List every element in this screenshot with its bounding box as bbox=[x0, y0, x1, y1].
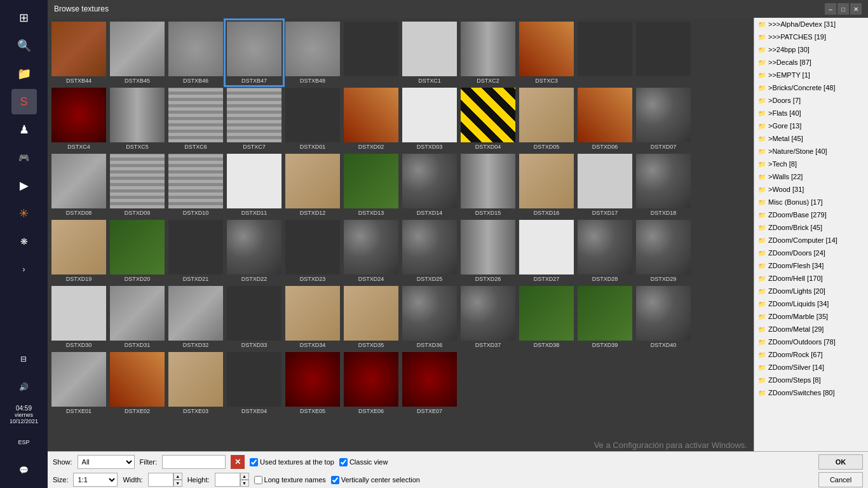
texture-item[interactable]: DSTXD29 bbox=[635, 219, 692, 283]
texture-item[interactable]: DSTXD28 bbox=[576, 219, 634, 283]
language-indicator[interactable]: ESP bbox=[11, 430, 36, 455]
category-item[interactable]: 📁>>24bpp [30] bbox=[754, 43, 868, 56]
texture-item[interactable]: DSTXD13 bbox=[342, 152, 400, 217]
category-item[interactable]: 📁ZDoom/Metal [29] bbox=[754, 323, 868, 336]
texture-item[interactable]: DSTXD38 bbox=[518, 285, 575, 349]
app-icon-4[interactable]: ▶ bbox=[11, 173, 37, 198]
app-icon-6[interactable]: ❋ bbox=[11, 229, 37, 254]
texture-item[interactable]: DSTXC1 bbox=[401, 20, 458, 85]
texture-item[interactable]: DSTXD34 bbox=[284, 285, 341, 349]
texture-item[interactable]: DSTXD01 bbox=[284, 86, 341, 151]
texture-item[interactable]: DSTXD22 bbox=[226, 219, 283, 283]
texture-item[interactable] bbox=[576, 20, 634, 85]
close-button[interactable]: ✕ bbox=[850, 3, 862, 15]
texture-item[interactable]: DSTXD05 bbox=[518, 86, 575, 151]
texture-item[interactable]: DSTXE03 bbox=[167, 351, 224, 416]
category-item[interactable]: 📁ZDoom/Marble [35] bbox=[754, 310, 868, 323]
used-textures-top-checkbox[interactable] bbox=[250, 458, 258, 466]
network-icon[interactable]: ⊟ bbox=[11, 346, 36, 372]
filter-input[interactable] bbox=[162, 455, 226, 469]
texture-item[interactable]: DSTXC4 bbox=[50, 86, 107, 151]
texture-item[interactable]: DSTXD09 bbox=[109, 152, 166, 217]
texture-item[interactable]: DSTXC6 bbox=[167, 86, 224, 151]
texture-item[interactable]: DSTXD17 bbox=[576, 152, 634, 217]
explorer-icon[interactable]: 📁 bbox=[11, 61, 37, 86]
category-item[interactable]: 📁ZDoom/Base [279] bbox=[754, 208, 868, 221]
cancel-button[interactable]: Cancel bbox=[818, 472, 863, 487]
long-texture-names-checkbox[interactable] bbox=[254, 476, 262, 484]
texture-item[interactable]: DSTXB45 bbox=[109, 20, 166, 85]
texture-item[interactable]: DSTXD07 bbox=[635, 86, 692, 151]
texture-item[interactable] bbox=[342, 20, 400, 85]
texture-item[interactable]: DSTXD26 bbox=[459, 219, 517, 283]
show-select[interactable]: All Used Unused bbox=[78, 455, 135, 469]
category-item[interactable]: 📁>Nature/Stone [40] bbox=[754, 145, 868, 158]
texture-item[interactable]: DSTXD39 bbox=[576, 285, 634, 349]
height-input[interactable] bbox=[215, 473, 240, 487]
texture-item[interactable]: DSTXC2 bbox=[459, 20, 517, 85]
texture-item[interactable]: DSTXD14 bbox=[401, 152, 458, 217]
category-item[interactable]: 📁>Bricks/Concrete [48] bbox=[754, 81, 868, 94]
classic-view-checkbox[interactable] bbox=[339, 458, 348, 466]
category-item[interactable]: 📁>Flats [40] bbox=[754, 107, 868, 119]
texture-item[interactable]: DSTXD25 bbox=[401, 219, 458, 283]
category-item[interactable]: 📁>>>PATCHES [19] bbox=[754, 30, 868, 43]
width-down-button[interactable]: ▼ bbox=[173, 480, 182, 487]
texture-item[interactable]: DSTXE05 bbox=[284, 351, 341, 416]
category-item[interactable]: 📁ZDoom/Steps [8] bbox=[754, 374, 868, 386]
long-texture-names-label[interactable]: Long texture names bbox=[254, 476, 326, 484]
texture-item[interactable]: DSTXD32 bbox=[167, 285, 224, 349]
ok-button[interactable]: OK bbox=[818, 454, 863, 470]
category-item[interactable]: 📁>Tech [8] bbox=[754, 158, 868, 170]
texture-item[interactable]: DSTXC7 bbox=[226, 86, 283, 151]
texture-item[interactable]: DSTXD08 bbox=[50, 152, 107, 217]
app-icon-3[interactable]: 🎮 bbox=[11, 145, 37, 170]
start-button[interactable]: ⊞ bbox=[11, 5, 37, 30]
texture-item[interactable]: DSTXD33 bbox=[226, 285, 283, 349]
texture-item[interactable]: DSTXB47 bbox=[226, 20, 283, 85]
category-item[interactable]: 📁ZDoom/Hell [170] bbox=[754, 272, 868, 285]
category-item[interactable]: 📁Misc (Bonus) [17] bbox=[754, 196, 868, 208]
category-item[interactable]: 📁ZDoom/Lights [20] bbox=[754, 285, 868, 297]
texture-item[interactable]: DSTXD37 bbox=[459, 285, 517, 349]
texture-item[interactable]: DSTXC5 bbox=[109, 86, 166, 151]
texture-item[interactable]: DSTXD02 bbox=[342, 86, 400, 151]
width-input[interactable] bbox=[148, 473, 173, 487]
category-item[interactable]: 📁>Metal [45] bbox=[754, 132, 868, 145]
texture-item[interactable]: DSTXD03 bbox=[401, 86, 458, 151]
category-item[interactable]: 📁>Walls [22] bbox=[754, 170, 868, 183]
app-icon-5[interactable]: ✳ bbox=[11, 201, 37, 226]
category-item[interactable]: 📁>>EMPTY [1] bbox=[754, 69, 868, 81]
texture-item[interactable]: DSTXD36 bbox=[401, 285, 458, 349]
notifications-icon[interactable]: 💬 bbox=[11, 458, 36, 483]
vertically-center-checkbox[interactable] bbox=[331, 476, 339, 484]
category-item[interactable]: 📁>Doors [7] bbox=[754, 94, 868, 107]
texture-item[interactable]: DSTXD06 bbox=[576, 86, 634, 151]
filter-clear-button[interactable]: ✕ bbox=[231, 455, 245, 469]
category-item[interactable]: 📁ZDoom/Silver [14] bbox=[754, 361, 868, 374]
texture-item[interactable]: DSTXD15 bbox=[459, 152, 517, 217]
texture-item[interactable]: DSTXD16 bbox=[518, 152, 575, 217]
texture-item[interactable]: DSTXD04 bbox=[459, 86, 517, 151]
texture-item[interactable]: DSTXB44 bbox=[50, 20, 107, 85]
texture-item[interactable]: DSTXD18 bbox=[635, 152, 692, 217]
texture-item[interactable]: DSTXD30 bbox=[50, 285, 107, 349]
texture-item[interactable]: DSTXD10 bbox=[167, 152, 224, 217]
width-up-button[interactable]: ▲ bbox=[173, 473, 182, 480]
texture-grid-container[interactable]: DSTXB44DSTXB45DSTXB46DSTXB47DSTXB48DSTXC… bbox=[48, 18, 754, 451]
texture-item[interactable]: DSTXE07 bbox=[401, 351, 458, 416]
category-item[interactable]: 📁ZDoom/Rock [67] bbox=[754, 348, 868, 361]
clock[interactable]: 04:59 viernes10/12/2021 bbox=[7, 402, 41, 427]
search-taskbar-icon[interactable]: 🔍 bbox=[11, 33, 37, 58]
texture-item[interactable]: DSTXD21 bbox=[167, 219, 224, 283]
size-select[interactable]: 1:1 2:1 1:2 bbox=[73, 473, 118, 487]
texture-item[interactable]: DSTXB46 bbox=[167, 20, 224, 85]
category-item[interactable]: 📁ZDoom/Outdoors [78] bbox=[754, 336, 868, 348]
category-item[interactable]: 📁ZDoom/Brick [45] bbox=[754, 221, 868, 234]
texture-item[interactable]: DSTXD12 bbox=[284, 152, 341, 217]
category-item[interactable]: 📁>>Decals [87] bbox=[754, 56, 868, 69]
maximize-button[interactable]: □ bbox=[837, 3, 849, 15]
vertically-center-label[interactable]: Vertically center selection bbox=[331, 476, 420, 484]
category-item[interactable]: 📁ZDoom/Doors [24] bbox=[754, 247, 868, 259]
texture-item[interactable]: DSTXE02 bbox=[109, 351, 166, 416]
